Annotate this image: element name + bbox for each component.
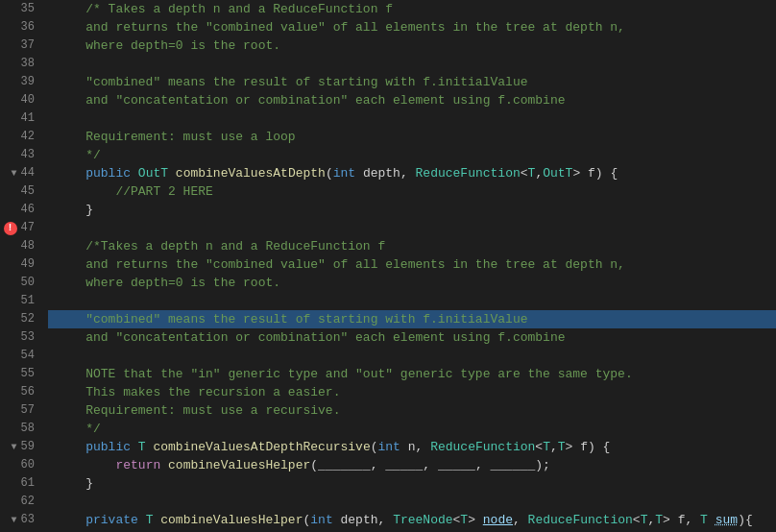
code-line-54: [48, 347, 776, 365]
gutter-line-45: 45: [0, 182, 40, 201]
code-line-63: private T combineValuesHelper(int depth,…: [48, 511, 776, 529]
collapse-icon[interactable]: ▼: [12, 511, 17, 529]
gutter-line-38: 38: [0, 55, 40, 73]
gutter-line-53: 53: [0, 328, 40, 347]
code-line-42: Requirement: must use a loop: [48, 128, 776, 146]
gutter-line-47: !47: [0, 219, 40, 237]
code-line-37: where depth=0 is the root.: [48, 36, 776, 55]
code-line-46: }: [48, 201, 776, 219]
code-line-41: [48, 109, 776, 128]
code-line-56: This makes the recursion a easier.: [48, 383, 776, 401]
gutter-line-57: 57: [0, 401, 40, 420]
code-line-38: [48, 55, 776, 73]
code-line-49: and returns the "combined value" of all …: [48, 255, 776, 274]
gutter-line-46: 46: [0, 201, 40, 219]
code-line-48: /*Takes a depth n and a ReduceFunction f: [48, 237, 776, 255]
gutter-line-39: 39: [0, 73, 40, 91]
code-line-62: [48, 493, 776, 511]
gutter-line-54: 54: [0, 347, 40, 365]
line-numbers: 353637383940414243▼444546!47484950515253…: [0, 0, 48, 532]
code-line-60: return combineValuesHelper(_______, ____…: [48, 456, 776, 474]
gutter-line-42: 42: [0, 128, 40, 146]
gutter-line-35: 35: [0, 0, 40, 18]
collapse-icon[interactable]: ▼: [12, 438, 17, 456]
error-icon: !: [4, 222, 17, 235]
code-line-51: [48, 292, 776, 310]
gutter-line-44: ▼44: [0, 164, 40, 182]
code-line-40: and "concatentation or combination" each…: [48, 91, 776, 109]
code-line-47: [48, 219, 776, 237]
gutter-line-37: 37: [0, 36, 40, 55]
code-line-43: */: [48, 146, 776, 164]
code-line-52: "combined" means the result of starting …: [48, 310, 776, 328]
code-line-44: public OutT combineValuesAtDepth(int dep…: [48, 164, 776, 182]
gutter-line-41: 41: [0, 109, 40, 128]
code-line-55: NOTE that the "in" generic type and "out…: [48, 365, 776, 383]
collapse-icon[interactable]: ▼: [12, 164, 17, 182]
gutter-line-43: 43: [0, 146, 40, 164]
gutter-line-59: ▼59: [0, 438, 40, 456]
code-editor: 353637383940414243▼444546!47484950515253…: [0, 0, 776, 532]
gutter-line-48: 48: [0, 237, 40, 255]
gutter-line-49: 49: [0, 255, 40, 274]
code-content[interactable]: /* Takes a depth n and a ReduceFunction …: [48, 0, 776, 532]
gutter-line-55: 55: [0, 365, 40, 383]
code-line-45: //PART 2 HERE: [48, 182, 776, 201]
gutter-line-63: ▼63: [0, 511, 40, 529]
code-line-58: */: [48, 420, 776, 438]
code-line-57: Requirement: must use a recursive.: [48, 401, 776, 420]
gutter-line-61: 61: [0, 474, 40, 493]
gutter-line-56: 56: [0, 383, 40, 401]
gutter-line-60: 60: [0, 456, 40, 474]
gutter-line-58: 58: [0, 420, 40, 438]
gutter-line-62: 62: [0, 493, 40, 511]
gutter-line-36: 36: [0, 18, 40, 36]
code-line-36: and returns the "combined value" of all …: [48, 18, 776, 36]
code-line-61: }: [48, 474, 776, 493]
code-line-39: "combined" means the result of starting …: [48, 73, 776, 91]
code-line-35: /* Takes a depth n and a ReduceFunction …: [48, 0, 776, 18]
code-line-53: and "concatentation or combination" each…: [48, 328, 776, 347]
gutter-line-51: 51: [0, 292, 40, 310]
gutter-line-40: 40: [0, 91, 40, 109]
code-line-59: public T combineValuesAtDepthRecursive(i…: [48, 438, 776, 456]
gutter-line-50: 50: [0, 274, 40, 292]
gutter-line-52: 52: [0, 310, 40, 328]
code-line-50: where depth=0 is the root.: [48, 274, 776, 292]
